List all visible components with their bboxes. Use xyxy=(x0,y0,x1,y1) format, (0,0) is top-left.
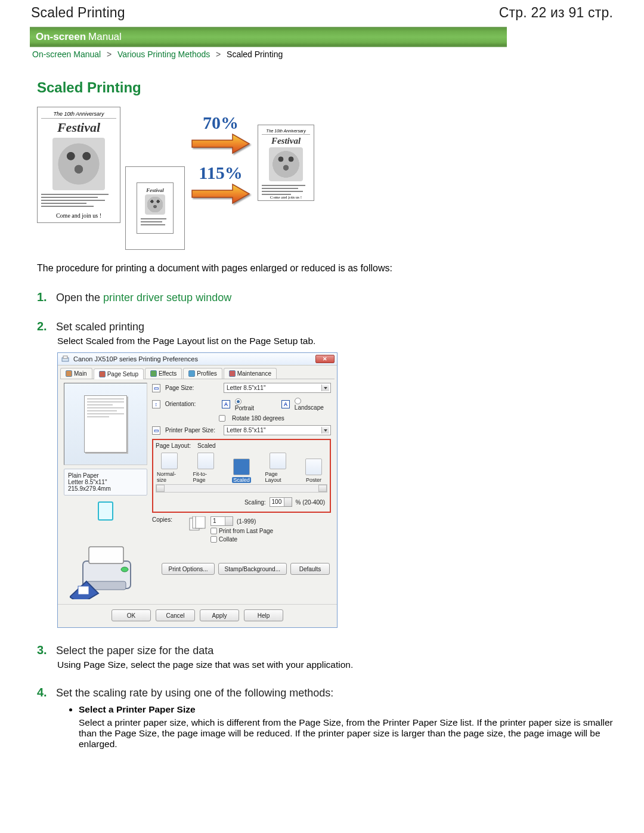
page-title: Scaled Printing xyxy=(37,79,614,96)
layout-normal[interactable]: Normal-size xyxy=(157,453,182,483)
sub-step-body: Select a printer paper size, which is di… xyxy=(79,717,613,749)
manual-banner: On-screen Manual xyxy=(30,27,507,47)
portrait-icon: A xyxy=(222,400,230,408)
page-preview xyxy=(64,383,147,465)
dialog-tabs: Main Page Setup Effects Profiles Mainten… xyxy=(60,368,335,379)
page-layout-label: Page Layout: xyxy=(156,442,191,449)
page-size-icon: ▭ xyxy=(152,384,160,392)
tab-icon xyxy=(229,370,236,377)
tab-icon xyxy=(188,370,195,377)
orientation-icon: ↕ xyxy=(152,400,160,408)
scaling-range: % (20-400) xyxy=(296,499,325,506)
print-preferences-dialog: Canon JX510P series Printing Preferences… xyxy=(57,352,338,628)
copies-range: (1-999) xyxy=(237,518,256,525)
cancel-button[interactable]: Cancel xyxy=(156,609,195,621)
page-size-select[interactable]: Letter 8.5"x11" xyxy=(224,383,331,393)
stamp-background-button[interactable]: Stamp/Background... xyxy=(218,563,287,575)
tab-icon xyxy=(150,370,157,377)
portrait-radio[interactable] xyxy=(235,398,242,405)
tab-maintenance[interactable]: Maintenance xyxy=(224,368,277,379)
printer-illustration xyxy=(64,525,147,600)
printer-paper-select[interactable]: Letter 8.5"x11" xyxy=(224,425,331,435)
banner-bold: On-screen xyxy=(36,31,86,43)
tab-page-setup[interactable]: Page Setup xyxy=(94,368,144,379)
breadcrumb-current: Scaled Printing xyxy=(227,49,283,59)
copies-label: Copies: xyxy=(152,516,183,523)
layout-poster[interactable]: Poster xyxy=(301,459,326,483)
svg-rect-3 xyxy=(89,547,123,563)
defaults-button[interactable]: Defaults xyxy=(290,563,330,575)
hero-result-top: The 10th Anniversary Festival Come and j… xyxy=(258,125,314,201)
layout-scrollbar[interactable] xyxy=(156,484,327,493)
scaling-spinner[interactable]: 100 xyxy=(270,497,292,507)
breadcrumb-link-methods[interactable]: Various Printing Methods xyxy=(117,49,210,59)
media-info: Plain Paper Letter 8.5"x11" 215.9x279.4m… xyxy=(64,469,147,496)
svg-rect-9 xyxy=(196,516,205,528)
landscape-icon: A xyxy=(281,400,290,408)
page-size-label: Page Size: xyxy=(165,385,219,391)
tab-effects[interactable]: Effects xyxy=(145,368,182,379)
hero-frame-small: Festival xyxy=(125,166,185,250)
apply-button[interactable]: Apply xyxy=(200,609,239,621)
sub-step-title: Select a Printer Paper Size xyxy=(79,704,614,715)
breadcrumb-link-root[interactable]: On-screen Manual xyxy=(32,49,101,59)
orientation-label: Orientation: xyxy=(165,401,217,407)
banner-rest: Manual xyxy=(88,31,122,43)
layout-page-layout[interactable]: Page Layout xyxy=(265,453,290,483)
step-number: 1. xyxy=(37,290,50,304)
layout-fit[interactable]: Fit-to-Page xyxy=(193,453,218,483)
page-header: Scaled Printing Стр. 22 из 91 стр. xyxy=(30,2,614,27)
step-number: 2. xyxy=(37,320,50,333)
intro-text: The procedure for printing a document wi… xyxy=(37,263,614,274)
help-button[interactable]: Help xyxy=(244,609,283,621)
dialog-title: Canon JX510P series Printing Preferences xyxy=(73,355,198,363)
hero-illustration: The 10th Anniversary Festival Come and j… xyxy=(37,107,614,250)
copies-spinner[interactable]: 1 xyxy=(210,516,233,526)
arrow-right-icon xyxy=(191,133,250,154)
landscape-radio[interactable] xyxy=(295,398,301,404)
step-body: Using Page Size, select the page size th… xyxy=(57,659,614,670)
arrow-right-icon xyxy=(191,183,250,205)
copies-icon xyxy=(188,516,206,532)
scaling-label: Scaling: xyxy=(244,499,266,506)
step-number: 3. xyxy=(37,643,50,657)
printer-icon xyxy=(61,355,69,363)
step-title: Set scaled printing xyxy=(56,321,144,333)
print-last-checkbox[interactable] xyxy=(210,528,217,534)
header-left: Scaled Printing xyxy=(31,5,125,21)
page-indicator: Стр. 22 из 91 стр. xyxy=(499,5,613,21)
hero-original-card: The 10th Anniversary Festival Come and j… xyxy=(37,107,120,223)
step-title: Set the scaling rate by using one of the… xyxy=(56,687,333,699)
printer-paper-label: Printer Paper Size: xyxy=(165,427,219,433)
page-layout-value: Scaled xyxy=(197,442,216,449)
tab-icon xyxy=(66,370,72,377)
print-options-button[interactable]: Print Options... xyxy=(162,563,214,575)
printer-paper-icon: ▭ xyxy=(152,426,160,435)
step-number: 4. xyxy=(37,686,50,699)
svg-rect-6 xyxy=(78,586,89,594)
scale-up-label: 70% xyxy=(203,113,239,133)
printer-driver-link[interactable]: printer driver setup window xyxy=(103,292,231,304)
layout-scaled[interactable]: Scaled xyxy=(229,459,254,483)
rotate-checkbox[interactable] xyxy=(219,415,225,422)
step-title: Select the paper size for the data xyxy=(56,645,213,657)
tab-main[interactable]: Main xyxy=(60,368,92,379)
page-layout-highlight: Page Layout: Scaled Normal-size Fit-to-P… xyxy=(152,439,331,513)
svg-point-5 xyxy=(121,567,128,572)
tab-icon xyxy=(99,371,106,377)
orientation-preview-icon xyxy=(98,501,113,521)
tab-profiles[interactable]: Profiles xyxy=(183,368,222,379)
scale-down-label: 115% xyxy=(199,163,242,183)
collate-checkbox[interactable] xyxy=(210,536,217,543)
close-button[interactable]: ✕ xyxy=(315,355,335,363)
breadcrumb: On-screen Manual > Various Printing Meth… xyxy=(30,47,614,71)
dog-icon xyxy=(52,138,105,190)
svg-rect-1 xyxy=(63,356,67,358)
step-body: Select Scaled from the Page Layout list … xyxy=(57,336,614,346)
ok-button[interactable]: OK xyxy=(112,609,151,621)
